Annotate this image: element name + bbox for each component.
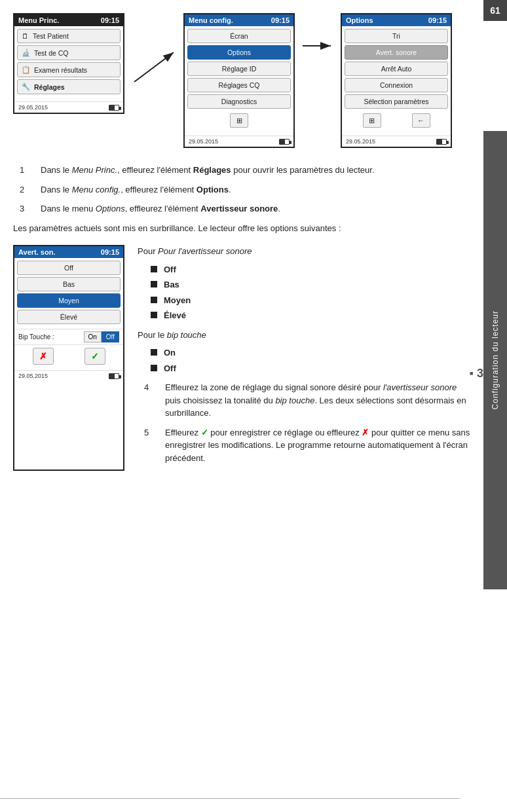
screen-options-footer: 29.05.2015 <box>342 136 451 147</box>
instruction-5: 5 Effleurez ✓ pour enregistrer ce réglag… <box>144 426 470 465</box>
menu-config-diagnostics[interactable]: Diagnostics <box>187 94 291 109</box>
options-grid-icon[interactable]: ⊞ <box>363 113 381 128</box>
screen-avert-son-header: Avert. son. 09:15 <box>14 246 123 258</box>
screen-action-row: ✗ ✓ <box>14 344 123 367</box>
instruction-text-3: Dans le menu Options, effleurez l'élémen… <box>41 202 280 215</box>
screen-menu-config: Menu config. 09:15 Écran Options Réglage… <box>183 13 295 148</box>
screen-avert-son-time: 09:15 <box>101 248 119 256</box>
instruction-num-3: 3 <box>20 202 30 215</box>
screen-menu-config-time: 09:15 <box>271 16 290 24</box>
menu-config-reglage-id[interactable]: Réglage ID <box>187 62 291 76</box>
screen-options-body: Tri Avert. sonore Arrêt Auto Connexion S… <box>342 26 451 133</box>
avert-son-eleve[interactable]: Élevé <box>17 310 121 324</box>
screen-options-date: 29.05.2015 <box>346 138 375 145</box>
screen-menu-config-footer: 29.05.2015 <box>185 136 293 147</box>
instruction-text-5: Effleurez ✓ pour enregistrer ce réglage … <box>165 426 470 465</box>
avert-son-bas[interactable]: Bas <box>17 277 121 291</box>
screen-menu-princ-footer: 29.05.2015 <box>14 101 123 113</box>
bip-touche-label: Bip Touche : <box>18 333 84 341</box>
screen-menu-princ-title: Menu Princ. <box>18 16 59 24</box>
screen-options: Options 09:15 Tri Avert. sonore Arrêt Au… <box>341 13 452 148</box>
bip-section-title: Pour le bip touche <box>138 329 470 342</box>
screen-menu-config-title: Menu config. <box>189 16 233 24</box>
avertisseur-section-title: Pour Pour l'avertisseur sonore <box>138 245 470 258</box>
bullet-eleve: Élevé <box>151 309 470 322</box>
battery-icon <box>109 105 119 111</box>
screen-menu-princ-time: 09:15 <box>101 16 119 24</box>
menu-config-grid-icon[interactable]: ⊞ <box>230 113 248 128</box>
options-avert-sonore[interactable]: Avert. sonore <box>345 45 448 60</box>
screen-menu-princ: Menu Princ. 09:15 🗒 Test Patient 🔬 Test … <box>13 13 124 114</box>
menu-config-reglages-cq[interactable]: Réglages CQ <box>187 78 291 92</box>
screen-menu-config-header: Menu config. 09:15 <box>185 14 293 26</box>
avertisseur-bullets: Off Bas Moyen Élevé <box>151 263 470 322</box>
bullet-bas: Bas <box>151 278 470 291</box>
screen-menu-princ-date: 29.05.2015 <box>18 104 48 111</box>
instructions-1-3: 1 Dans le Menu Princ., effleurez l'éléme… <box>20 164 470 215</box>
bip-off-button[interactable]: Off <box>102 331 119 342</box>
screens-row: Menu Princ. 09:15 🗒 Test Patient 🔬 Test … <box>13 13 470 148</box>
menu-item-test-patient[interactable]: 🗒 Test Patient <box>17 29 121 43</box>
battery-icon-4 <box>109 373 119 379</box>
screen-options-time: 09:15 <box>428 16 447 24</box>
bip-bullet-off: Off <box>151 362 470 375</box>
svg-line-1 <box>134 52 174 82</box>
menu-config-ecran[interactable]: Écran <box>187 29 291 43</box>
screen-options-header: Options 09:15 <box>342 14 451 26</box>
bullet-square-2 <box>151 281 157 287</box>
options-tri[interactable]: Tri <box>345 29 448 43</box>
screen-menu-princ-header: Menu Princ. 09:15 <box>14 14 123 26</box>
confirm-button[interactable]: ✓ <box>84 348 105 365</box>
bullet-square-1 <box>151 266 157 272</box>
bip-touche-row: Bip Touche : On Off <box>14 329 123 344</box>
menu-item-test-cq[interactable]: 🔬 Test de CQ <box>17 45 121 60</box>
bullet-off: Off <box>151 263 470 276</box>
instruction-num-1: 1 <box>20 164 30 177</box>
screen-menu-config-date: 29.05.2015 <box>189 138 218 145</box>
sidebar-dot: ▪ 3 <box>470 367 483 380</box>
menu-item-reglages[interactable]: 🔧 Réglages <box>17 79 121 94</box>
arrow-1 <box>131 49 177 88</box>
options-back-icon[interactable]: ← <box>412 113 430 128</box>
options-selection-params[interactable]: Sélection paramètres <box>345 94 448 109</box>
menu-config-options[interactable]: Options <box>187 45 291 60</box>
exam-icon: 📋 <box>22 65 30 74</box>
screen-avert-son: Avert. son. 09:15 Off Bas Moyen Élevé Bi… <box>13 245 124 471</box>
bottom-rule <box>0 798 460 799</box>
menu-item-examen[interactable]: 📋 Examen résultats <box>17 62 121 77</box>
battery-icon-2 <box>279 139 290 145</box>
sidebar-label: Configuration du lecteur <box>483 131 507 589</box>
options-arret-auto[interactable]: Arrêt Auto <box>345 62 448 76</box>
instruction-num-5: 5 <box>144 426 155 465</box>
screen-avert-son-title: Avert. son. <box>18 248 55 256</box>
instruction-num-2: 2 <box>20 183 30 196</box>
patient-icon: 🗒 <box>22 32 29 40</box>
screen-avert-son-date: 29.05.2015 <box>18 373 48 379</box>
avert-son-off[interactable]: Off <box>17 261 121 275</box>
instruction-num-4: 4 <box>144 381 155 420</box>
options-connexion[interactable]: Connexion <box>345 78 448 92</box>
page-number: 61 <box>483 0 507 21</box>
bip-bullets: On Off <box>151 346 470 375</box>
cancel-button[interactable]: ✗ <box>33 348 54 365</box>
check-symbol: ✓ <box>201 428 208 437</box>
instruction-1: 1 Dans le Menu Princ., effleurez l'éléme… <box>20 164 470 177</box>
instruction-3: 3 Dans le menu Options, effleurez l'élém… <box>20 202 470 215</box>
bullet-moyen: Moyen <box>151 294 470 307</box>
x-symbol: ✗ <box>362 428 369 437</box>
content-right: Pour Pour l'avertisseur sonore Off Bas M… <box>138 245 470 471</box>
bullet-square-4 <box>151 312 157 318</box>
bip-on-button[interactable]: On <box>84 331 102 342</box>
arrow-2 <box>301 39 334 52</box>
instruction-text-4: Effleurez la zone de réglage du signal s… <box>165 381 470 420</box>
settings-icon: 🔧 <box>22 83 30 91</box>
screen-options-title: Options <box>346 16 373 24</box>
bullet-square-5 <box>151 349 157 356</box>
screen-avert-son-footer: 29.05.2015 <box>14 370 123 381</box>
bip-bullet-on: On <box>151 346 470 360</box>
avert-son-moyen[interactable]: Moyen <box>17 293 121 308</box>
screen-menu-config-body: Écran Options Réglage ID Réglages CQ Dia… <box>185 26 293 133</box>
bullet-square-3 <box>151 297 157 303</box>
instruction-text-2: Dans le Menu config., effleurez l'élémen… <box>41 183 231 196</box>
instruction-text-1: Dans le Menu Princ., effleurez l'élément… <box>41 164 375 177</box>
